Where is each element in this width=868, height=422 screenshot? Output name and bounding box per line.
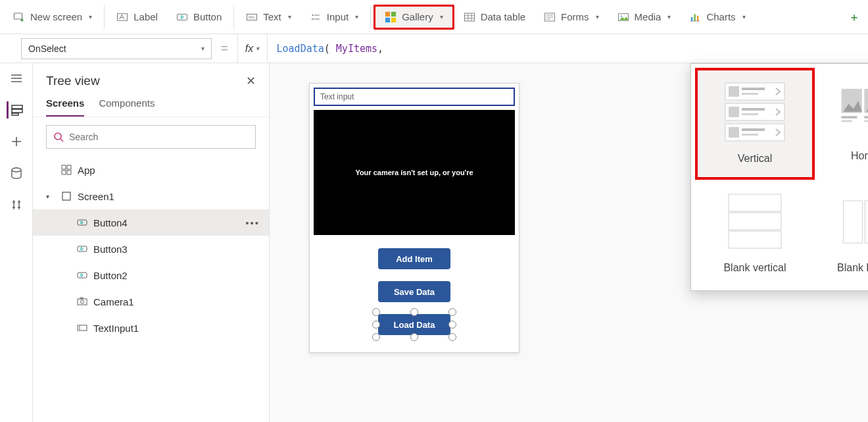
- insert-datatable-label: Data table: [481, 11, 525, 22]
- svg-rect-61: [842, 120, 853, 122]
- textinput-icon: [76, 322, 88, 334]
- tree-node-app[interactable]: App: [33, 157, 269, 183]
- canvas-add-button[interactable]: Add Item: [378, 248, 450, 269]
- separator: [104, 5, 105, 29]
- tree-node-label: Button3: [93, 244, 128, 255]
- chevron-down-icon: ▾: [355, 13, 358, 20]
- svg-rect-48: [729, 86, 739, 97]
- canvas-save-button[interactable]: Save Data: [378, 281, 450, 302]
- gallery-option-label: Horizontal: [851, 149, 868, 163]
- svg-rect-41: [78, 273, 87, 278]
- insert-input-menu[interactable]: Input ▾: [301, 5, 368, 30]
- equals-label: =: [212, 41, 237, 55]
- svg-rect-26: [697, 15, 698, 20]
- svg-rect-2: [177, 14, 187, 20]
- canvas-load-button[interactable]: Load Data: [378, 314, 450, 335]
- fx-label[interactable]: fx▾: [237, 34, 268, 63]
- gallery-option-vertical[interactable]: Vertical: [695, 68, 815, 180]
- new-screen-menu[interactable]: New screen ▾: [4, 5, 101, 30]
- tree-node-label: TextInput1: [93, 323, 139, 334]
- new-screen-icon: [13, 11, 25, 23]
- tools-icon[interactable]: [8, 196, 25, 213]
- button-icon: [176, 11, 188, 23]
- canvas-text-input[interactable]: Text input: [314, 88, 515, 106]
- tree-node-label: Button2: [93, 270, 128, 281]
- property-selector[interactable]: OnSelect ▾: [21, 38, 212, 59]
- tree-search-input[interactable]: [69, 132, 249, 142]
- tree-node-camera1[interactable]: Camera1: [33, 288, 269, 315]
- gallery-option-blank-vertical[interactable]: Blank vertical: [695, 180, 815, 286]
- tab-components[interactable]: Components: [99, 93, 155, 117]
- tree-node-screen1[interactable]: ▾ Screen1: [33, 183, 269, 209]
- svg-rect-78: [865, 201, 868, 243]
- insert-label-text: Label: [133, 11, 158, 22]
- svg-rect-10: [391, 11, 396, 16]
- insert-charts-menu[interactable]: Charts ▾: [680, 5, 754, 30]
- svg-rect-60: [842, 116, 857, 119]
- insert-plus-icon[interactable]: [8, 133, 25, 150]
- tree-view-panel: Tree view ✕ Screens Components App ▾ Scr…: [33, 63, 270, 422]
- vertical-thumb: [719, 80, 791, 145]
- datatable-icon: [464, 11, 475, 23]
- tree-node-button3[interactable]: Button3: [33, 236, 269, 262]
- svg-point-23: [620, 15, 621, 16]
- svg-rect-38: [62, 192, 70, 200]
- canvas-camera[interactable]: Your camera isn't set up, or you're: [314, 110, 515, 235]
- svg-rect-39: [78, 220, 87, 225]
- insert-datatable[interactable]: Data table: [454, 5, 535, 30]
- chevron-down-icon[interactable]: ▾: [46, 193, 55, 200]
- gallery-option-horizontal[interactable]: Horizontal: [815, 68, 868, 180]
- insert-button-text: Button: [193, 11, 222, 22]
- insert-media-menu[interactable]: Media ▾: [608, 5, 681, 30]
- chevron-down-icon: ▾: [440, 13, 443, 20]
- screen-preview: Text input Your camera isn't set up, or …: [309, 83, 519, 353]
- insert-gallery-menu[interactable]: Gallery ▾: [374, 5, 454, 30]
- button-icon: [76, 269, 88, 281]
- button-icon: [76, 243, 88, 255]
- svg-rect-0: [14, 13, 22, 19]
- gallery-option-label: Blank horizontal: [837, 261, 868, 275]
- svg-rect-45: [78, 325, 87, 330]
- svg-rect-11: [385, 17, 390, 22]
- add-icon[interactable]: ＋: [844, 9, 864, 25]
- insert-text-label: Text: [263, 11, 281, 22]
- property-selector-value: OnSelect: [28, 43, 66, 54]
- svg-rect-62: [864, 89, 868, 113]
- more-icon[interactable]: •••: [245, 217, 260, 228]
- tab-screens[interactable]: Screens: [46, 93, 84, 117]
- close-icon[interactable]: ✕: [246, 74, 256, 88]
- hamburger-icon[interactable]: [8, 70, 25, 87]
- svg-point-7: [312, 18, 313, 19]
- tree-node-button2[interactable]: Button2: [33, 262, 269, 288]
- svg-rect-29: [12, 109, 22, 113]
- gallery-option-label: Vertical: [738, 152, 772, 165]
- tree-search[interactable]: [46, 125, 256, 149]
- insert-label[interactable]: Label: [107, 5, 167, 30]
- svg-rect-75: [729, 213, 781, 230]
- input-icon: [310, 11, 322, 23]
- svg-point-43: [81, 300, 84, 303]
- data-icon[interactable]: [8, 165, 25, 182]
- formula-input[interactable]: LoadData( MyItems,: [268, 43, 868, 55]
- text-icon: Abc: [246, 11, 258, 23]
- charts-icon: [689, 11, 701, 23]
- svg-rect-76: [729, 231, 781, 248]
- canvas[interactable]: Text input Your camera isn't set up, or …: [270, 63, 868, 422]
- label-icon: [116, 11, 128, 23]
- tree-node-button4[interactable]: Button4 •••: [33, 209, 269, 236]
- tree-view-icon[interactable]: [7, 101, 24, 119]
- forms-icon: [544, 11, 556, 23]
- svg-point-5: [312, 14, 313, 15]
- insert-text-menu[interactable]: Abc Text ▾: [237, 5, 301, 30]
- svg-text:Abc: Abc: [249, 15, 254, 19]
- tree-node-textinput1[interactable]: TextInput1: [33, 315, 269, 341]
- insert-charts-label: Charts: [706, 11, 735, 22]
- formula-bar: OnSelect ▾ = fx▾ LoadData( MyItems,: [0, 34, 868, 63]
- insert-forms-menu[interactable]: Forms ▾: [535, 5, 608, 30]
- insert-media-label: Media: [635, 11, 662, 22]
- gallery-option-blank-horizontal[interactable]: Blank horizontal: [815, 180, 868, 286]
- tree-node-label: Screen1: [78, 191, 114, 202]
- svg-rect-9: [385, 11, 390, 16]
- chevron-down-icon: ▾: [288, 13, 291, 20]
- insert-button[interactable]: Button: [167, 5, 231, 30]
